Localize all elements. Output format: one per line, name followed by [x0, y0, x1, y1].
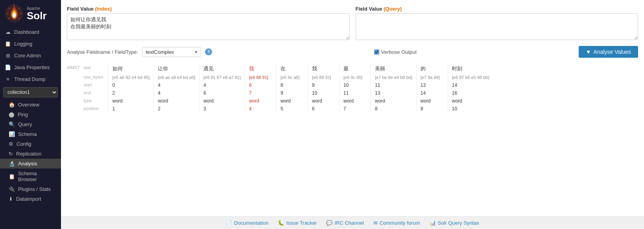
logo-area: Apache Solr — [0, 0, 61, 26]
token-cell: [e8 ae a9 e4 bd a0] — [154, 73, 199, 81]
ping-icon: ⬤ — [9, 112, 15, 117]
documentation-icon: 📄 — [226, 220, 232, 226]
token-cell: 美丽 — [371, 64, 416, 73]
sidebar-item-analysis[interactable]: 🔬 Analysis — [0, 159, 61, 169]
sidebar-item-replication[interactable]: ↻ Replication — [0, 149, 61, 159]
table-row: MMST text 如何 让你 遇见 我 在 我 最 美丽 的 时刻 — [67, 64, 493, 73]
table-icon: 📊 — [430, 220, 436, 226]
token-cell: [e5 9c a8] — [276, 73, 308, 81]
sidebar-item-dataimport[interactable]: ⬇ Dataimport — [0, 194, 61, 204]
token-cell: 的 — [416, 64, 448, 73]
sidebar-item-schema-browser[interactable]: 📋 Schema Browser — [0, 169, 61, 184]
replication-icon: ↻ — [9, 151, 13, 157]
sidebar-item-schema[interactable]: 📊 Schema — [0, 129, 61, 139]
solr-query-syntax-link[interactable]: 📊 Solr Query Syntax — [430, 220, 480, 226]
cloud-icon: ☁ — [5, 29, 11, 35]
sidebar-item-java-properties[interactable]: 📄 Java Properties — [0, 61, 61, 73]
row-label-position: position — [83, 105, 108, 113]
fieldtype-select-wrap: textComplex ▼ — [142, 47, 201, 57]
grid-icon: ⊞ — [5, 52, 11, 59]
sidebar-item-logging[interactable]: 📋 Logging — [0, 38, 61, 49]
table-row: end 2 4 6 7 9 10 11 13 14 16 — [67, 89, 493, 97]
token-cell: [e5 a6 82 e4 bd 95] — [108, 73, 154, 81]
verbose-output-label: Verbose Output — [381, 49, 417, 55]
documentation-link[interactable]: 📄 Documentation — [226, 220, 268, 226]
field-value-index-input[interactable]: 如何让你遇见我 在我最美丽的时刻 — [67, 13, 350, 40]
sidebar-item-plugins-stats[interactable]: 🔌 Plugins / Stats — [0, 184, 61, 194]
field-value-index-label: Field Value (Index) — [67, 6, 350, 12]
row-label-type: type — [83, 97, 108, 105]
chat-icon: 💬 — [326, 220, 332, 226]
schema-icon: 📊 — [9, 131, 15, 137]
lines-icon: ≡ — [5, 76, 11, 82]
sidebar-item-core-admin[interactable]: ⊞ Core Admin — [0, 49, 61, 61]
main-content: Field Value (Index) 如何让你遇见我 在我最美丽的时刻 Fie… — [61, 0, 644, 229]
collection-select[interactable]: collection1 — [3, 87, 58, 97]
sidebar-item-thread-dump[interactable]: ≡ Thread Dump — [0, 73, 61, 85]
sidebar-item-ping[interactable]: ⬤ Ping — [0, 110, 61, 119]
analysis-table: MMST text 如何 让你 遇见 我 在 我 最 美丽 的 时刻 — [67, 64, 493, 113]
field-value-index-box: Field Value (Index) 如何让你遇见我 在我最美丽的时刻 — [67, 6, 350, 41]
list-icon: 📋 — [5, 40, 11, 47]
irc-channel-link[interactable]: 💬 IRC Channel — [326, 220, 364, 226]
field-value-query-label: Field Value (Query) — [356, 6, 638, 12]
analysis-icon: 🔬 — [9, 161, 15, 167]
token-cell: 最 — [339, 64, 371, 73]
sidebar-item-query[interactable]: 🔍 Query — [0, 119, 61, 129]
bug-icon: 🐛 — [278, 220, 284, 226]
analyse-values-button[interactable]: ▼ Analyse Values — [579, 46, 638, 58]
field-value-query-input[interactable] — [356, 13, 638, 40]
token-cell: [e6 88 91] — [245, 73, 276, 81]
mmst-label: MMST — [67, 64, 83, 73]
token-cell: [e6 9c 80] — [339, 73, 371, 81]
solr-logo-icon — [5, 4, 24, 23]
row-label-start: start — [83, 81, 108, 89]
token-cell: [e6 88 91] — [308, 73, 339, 81]
sidebar-item-config[interactable]: ⚙ Config — [0, 139, 61, 149]
table-row: start 0 4 4 6 8 9 10 11 13 14 — [67, 81, 493, 89]
row-label-end: end — [83, 89, 108, 97]
token-cell: [e9 81 87 e8 a7 81] — [199, 73, 245, 81]
token-cell: 时刻 — [448, 64, 493, 73]
schema-browser-icon: 📋 — [9, 174, 15, 180]
sidebar: Apache Solr ☁ Dashboard 📋 Logging ⊞ Core… — [0, 0, 61, 229]
token-cell: [e7 9a 84] — [416, 73, 448, 81]
sidebar-item-dashboard[interactable]: ☁ Dashboard — [0, 26, 61, 38]
table-row: raw_bytes [e5 a6 82 e4 bd 95] [e8 ae a9 … — [67, 73, 493, 81]
token-cell: [e7 be 8e e4 b8 bd] — [371, 73, 416, 81]
community-forum-link[interactable]: ✉ Community forum — [373, 220, 420, 226]
footer: 📄 Documentation 🐛 Issue Tracker 💬 IRC Ch… — [61, 216, 644, 229]
verbose-output-checkbox[interactable] — [374, 49, 379, 55]
issue-tracker-link[interactable]: 🐛 Issue Tracker — [278, 220, 317, 226]
field-value-query-box: Field Value (Query) — [356, 6, 638, 41]
token-cell: 如何 — [108, 64, 154, 73]
token-cell: 让你 — [154, 64, 199, 73]
logo-solr: Solr — [27, 11, 47, 21]
collection-selector[interactable]: collection1 — [3, 87, 58, 97]
help-icon[interactable]: ? — [205, 48, 212, 55]
analysis-table-wrap: MMST text 如何 让你 遇见 我 在 我 最 美丽 的 时刻 — [67, 64, 638, 113]
token-cell: 我 — [308, 64, 339, 73]
row-label-text: text — [83, 64, 108, 73]
overview-icon: 🏠 — [9, 102, 15, 108]
table-row: position 1 2 3 4 5 6 7 8 9 10 — [67, 105, 493, 113]
token-cell: 遇见 — [199, 64, 245, 73]
logo-text: Apache Solr — [27, 6, 47, 21]
fieldtype-select[interactable]: textComplex — [142, 47, 201, 57]
sidebar-item-overview[interactable]: 🏠 Overview — [0, 100, 61, 110]
analyse-fieldname-label: Analyse Fieldname / FieldType: — [67, 49, 138, 55]
config-icon: ⚙ — [9, 141, 13, 147]
mail-icon: ✉ — [373, 220, 378, 226]
verbose-output-wrap: Verbose Output — [374, 49, 417, 55]
token-cell: 我 — [245, 64, 276, 73]
row-label-raw-bytes: raw_bytes — [83, 73, 108, 81]
query-icon: 🔍 — [9, 121, 15, 127]
token-cell: [e6 97 b6 e5 88 bb] — [448, 73, 493, 81]
plugins-icon: 🔌 — [9, 186, 15, 192]
table-row: type word word word word word word word … — [67, 97, 493, 105]
filter-icon: ▼ — [586, 49, 591, 55]
token-cell: 在 — [276, 64, 308, 73]
doc-icon: 📄 — [5, 64, 11, 70]
dataimport-icon: ⬇ — [9, 196, 13, 202]
